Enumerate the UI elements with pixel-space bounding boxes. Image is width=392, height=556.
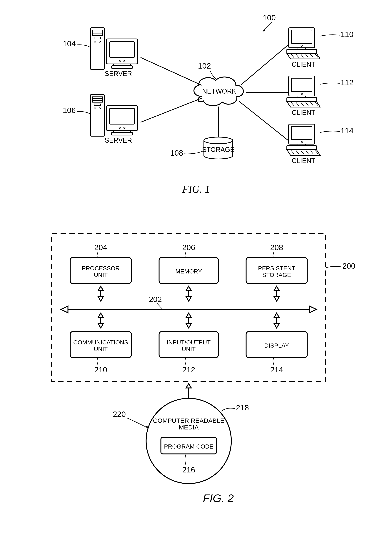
figure-1: NETWORK SERVER SERVER STORAGE CLIENT CLI… bbox=[30, 8, 363, 211]
storage-label: STORAGE bbox=[202, 146, 234, 153]
box-comms: COMMUNICATIONSUNIT bbox=[70, 332, 131, 358]
client-3-label: CLIENT bbox=[291, 157, 315, 164]
box-processor: PROCESSORUNIT bbox=[70, 257, 131, 284]
server-2-label: SERVER bbox=[105, 137, 132, 144]
client-1-label: CLIENT bbox=[291, 61, 315, 68]
ref-100: 100 bbox=[263, 13, 276, 22]
ref-218: 218 bbox=[236, 403, 249, 412]
ref-202: 202 bbox=[149, 295, 162, 304]
ref-210: 210 bbox=[94, 365, 107, 374]
svg-line-22 bbox=[241, 45, 289, 85]
svg-line-20 bbox=[141, 57, 202, 85]
figure-2: PROCESSORUNIT MEMORY PERSISTENTSTORAGE C… bbox=[30, 222, 363, 519]
bus-arrow bbox=[61, 306, 317, 313]
server-1: SERVER bbox=[90, 28, 138, 77]
network-label: NETWORK bbox=[202, 87, 236, 95]
storage: STORAGE bbox=[202, 137, 234, 159]
program-label: PROGRAM CODE bbox=[164, 443, 213, 450]
box-persistent: PERSISTENTSTORAGE bbox=[246, 257, 307, 284]
ref-216: 216 bbox=[182, 465, 195, 474]
fig1-caption: FIG. 1 bbox=[182, 183, 210, 195]
svg-text:PERSISTENTSTORAGE: PERSISTENTSTORAGE bbox=[258, 265, 295, 278]
ref-106: 106 bbox=[63, 106, 75, 115]
ref-104: 104 bbox=[63, 39, 75, 48]
memory-label: MEMORY bbox=[175, 268, 202, 275]
client-2-label: CLIENT bbox=[291, 109, 315, 116]
ref-212: 212 bbox=[182, 365, 195, 374]
ref-200: 200 bbox=[342, 262, 355, 270]
client-1: CLIENT bbox=[287, 28, 320, 68]
ref-220: 220 bbox=[113, 410, 126, 418]
box-display: DISPLAY bbox=[246, 332, 307, 358]
ref-206: 206 bbox=[182, 243, 195, 252]
ref-214: 214 bbox=[270, 365, 283, 374]
network-cloud: NETWORK bbox=[194, 77, 243, 106]
ref-114: 114 bbox=[340, 126, 354, 135]
svg-line-21 bbox=[141, 98, 202, 122]
display-label: DISPLAY bbox=[264, 342, 289, 349]
client-3: CLIENT bbox=[287, 124, 320, 164]
ref-208: 208 bbox=[270, 243, 283, 252]
svg-line-24 bbox=[239, 101, 289, 141]
fig2-caption: FIG. 2 bbox=[203, 492, 234, 504]
system-box bbox=[52, 233, 326, 382]
ref-204: 204 bbox=[94, 243, 107, 252]
ref-110: 110 bbox=[340, 30, 354, 39]
box-io: INPUT/OUTPUTUNIT bbox=[159, 332, 218, 358]
ref-112: 112 bbox=[340, 78, 354, 87]
box-memory: MEMORY bbox=[159, 257, 218, 284]
server-2: SERVER bbox=[90, 94, 138, 144]
server-1-label: SERVER bbox=[105, 70, 132, 77]
client-2: CLIENT bbox=[287, 76, 320, 116]
ref-108: 108 bbox=[170, 149, 183, 157]
ref-102: 102 bbox=[198, 62, 211, 70]
